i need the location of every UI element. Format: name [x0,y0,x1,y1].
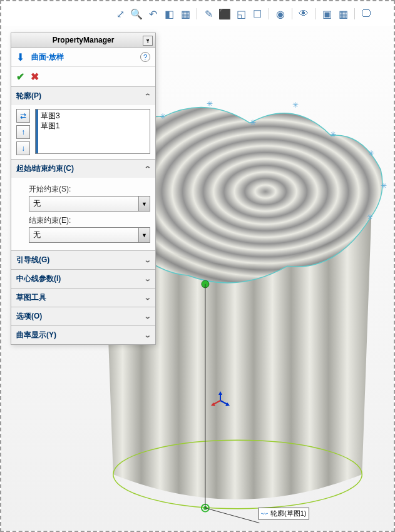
hide-show-icon[interactable]: 👁 [297,8,310,20]
svg-text:✳: ✳ [330,130,336,139]
confirm-row: ✔ ✖ [11,67,155,87]
svg-text:✳: ✳ [160,112,166,121]
move-down-icon[interactable]: ↓ [16,141,30,155]
app-window: ⤢ 🔍 ↶ ◧ ▦ ✎ ⬛ ◱ ☐ ◉ 👁 ▣ ▦ 🖵 [0,0,395,532]
toolbar-separator [354,8,355,19]
svg-text:✳: ✳ [368,149,374,158]
profiles-body: ⇄ ↑ ↓ 草图3 草图1 [11,105,155,159]
profiles-items: 草图3 草图1 [38,110,63,153]
constraints-body: 开始约束(S): 无 ▼ 结束约束(E): 无 ▼ [11,178,155,250]
box-icon[interactable]: ☐ [251,8,264,20]
centerline-header-label: 中心线参数(I) [16,274,61,284]
feature-title: 曲面-放样 [31,52,140,63]
help-icon[interactable]: ? [140,52,150,62]
section-view-icon[interactable]: ◧ [163,8,175,20]
view-selector-icon[interactable]: ▦ [179,8,192,20]
svg-text:✳: ✳ [381,182,387,190]
panel-title: PropertyManager [53,36,115,44]
chevron-down-icon[interactable]: ▼ [139,227,150,243]
curvature-section: 曲率显示(Y) ⌄ [11,326,155,344]
spline-icon: 〰 [261,510,268,518]
pushpin-icon[interactable]: ⫯ [143,36,153,46]
chevron-down-icon: ⌄ [144,313,151,320]
zoom-area-icon[interactable]: 🔍 [130,8,143,20]
toolbar-separator [269,8,269,19]
zoom-fit-icon[interactable]: ⤢ [114,8,126,20]
view-toolbar: ⤢ 🔍 ↶ ◧ ▦ ✎ ⬛ ◱ ☐ ◉ 👁 ▣ ▦ 🖵 [114,5,387,23]
profiles-listbox[interactable]: 草图3 草图1 [35,109,150,154]
move-up-icon[interactable]: ↑ [16,125,30,139]
svg-text:✳: ✳ [250,118,256,127]
end-constraint-label: 结束约束(E): [29,215,150,226]
sketch-tools-section: 草图工具 ⌄ [11,289,155,307]
render-icon[interactable]: ▣ [321,8,333,20]
svg-text:✳: ✳ [292,101,299,110]
callout-label: 轮廓(草图1) [270,509,306,518]
options-section: 选项(O) ⌄ [11,307,155,326]
svg-text:✳: ✳ [367,213,373,222]
constraints-header[interactable]: 起始/结束约束(C) ⌃ [11,160,155,178]
start-constraint-label: 开始约束(S): [29,184,150,195]
chevron-down-icon: ⌄ [144,275,151,282]
svg-marker-16 [218,391,222,395]
ok-icon[interactable]: ✔ [16,71,24,83]
toolbar-separator [315,8,315,19]
chevron-up-icon: ⌃ [144,165,151,172]
loft-surface-icon: ⬇ [16,51,28,63]
screen-icon[interactable]: 🖵 [360,8,372,20]
options-header[interactable]: 选项(O) ⌄ [11,307,155,325]
panel-header: PropertyManager ⫯ [11,33,155,48]
chevron-down-icon: ⌄ [144,294,151,301]
sketch-tools-header-label: 草图工具 [16,292,46,303]
display-style-icon[interactable]: ◱ [235,8,247,20]
constraints-header-label: 起始/结束约束(C) [16,163,74,174]
profiles-header[interactable]: 轮廓(P) ⌃ [11,87,155,105]
guides-section: 引导线(G) ⌄ [11,251,155,270]
property-manager-panel: PropertyManager ⫯ ⬇ 曲面-放样 ? ✔ ✖ 轮廓(P) ⌃ … [11,33,156,345]
origin-triad-icon [211,391,230,412]
guides-header[interactable]: 引导线(G) ⌄ [11,251,155,269]
svg-line-14 [205,508,259,523]
chevron-down-icon: ⌄ [144,257,151,263]
profiles-side-buttons: ⇄ ↑ ↓ [16,109,31,155]
cube-view-icon[interactable]: ⬛ [218,8,231,20]
toolbar-separator [292,8,292,19]
end-constraint-dropdown[interactable]: 无 ▼ [29,227,150,243]
start-constraint-dropdown[interactable]: 无 ▼ [29,196,150,212]
centerline-header[interactable]: 中心线参数(I) ⌄ [11,270,155,288]
centerline-section: 中心线参数(I) ⌄ [11,270,155,289]
profiles-section: 轮廓(P) ⌃ ⇄ ↑ ↓ 草图3 草图1 [11,87,155,160]
toolbar-separator [197,8,197,19]
options-header-label: 选项(O) [16,311,42,322]
constraints-section: 起始/结束约束(C) ⌃ 开始约束(S): 无 ▼ 结束约束(E): 无 ▼ [11,160,155,251]
profile-callout[interactable]: 〰 轮廓(草图1) [258,508,309,519]
profiles-header-label: 轮廓(P) [16,91,41,101]
chevron-down-icon: ⌄ [144,332,151,339]
chevron-up-icon: ⌃ [144,93,151,100]
zoom-previous-icon[interactable]: ↶ [146,8,159,20]
feature-title-row: ⬇ 曲面-放样 ? [11,48,155,67]
curvature-header-label: 曲率显示(Y) [16,330,56,340]
guides-header-label: 引导线(G) [16,255,49,265]
cancel-icon[interactable]: ✖ [31,71,39,83]
appearance-icon[interactable]: ◉ [274,8,287,20]
end-constraint-value: 无 [29,227,139,243]
chevron-down-icon[interactable]: ▼ [139,196,150,212]
sketch-tools-header[interactable]: 草图工具 ⌄ [11,289,155,307]
sketch-icon[interactable]: ✎ [202,8,215,20]
list-item[interactable]: 草图1 [41,121,60,131]
list-item[interactable]: 草图3 [41,111,60,121]
curvature-header[interactable]: 曲率显示(Y) ⌄ [11,326,155,344]
start-constraint-value: 无 [29,196,139,212]
svg-text:✳: ✳ [207,100,213,108]
grid-icon[interactable]: ▦ [337,8,349,20]
swap-icon[interactable]: ⇄ [16,109,30,123]
